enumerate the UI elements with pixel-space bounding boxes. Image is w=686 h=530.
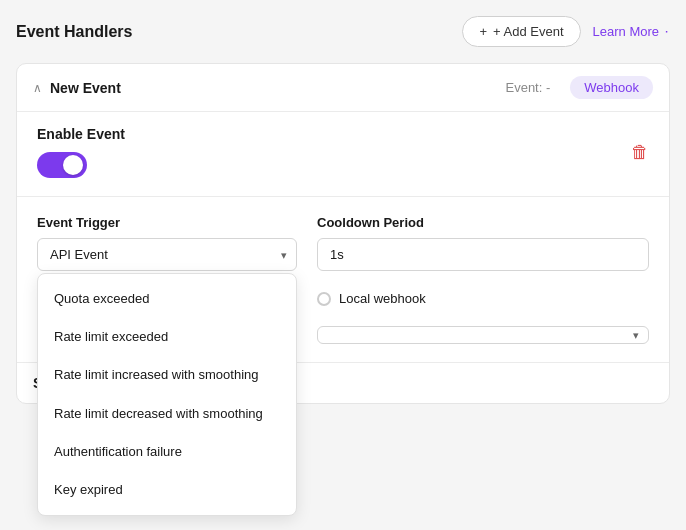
toggle-wrapper: [37, 152, 125, 178]
enable-section: Enable Event 🗑: [17, 112, 669, 197]
add-event-label: + Add Event: [493, 24, 563, 39]
dropdown-item-quota[interactable]: Quota exceeded: [38, 280, 296, 318]
main-card: ∧ New Event Event: - Webhook Enable Even…: [16, 63, 670, 404]
header-actions: + + Add Event Learn More ⬝: [462, 16, 670, 47]
config-section: Event Trigger API Event ▾ Quota exceeded…: [17, 197, 669, 362]
webhook-badge: Webhook: [570, 76, 653, 99]
dropdown-item-auth-failure[interactable]: Authentification failure: [38, 433, 296, 471]
event-trigger-group: Event Trigger API Event ▾ Quota exceeded…: [37, 215, 297, 271]
add-event-button[interactable]: + + Add Event: [462, 16, 580, 47]
enable-event-group: Enable Event: [37, 126, 125, 178]
learn-more-label: Learn More: [593, 24, 659, 39]
cooldown-label: Cooldown Period: [317, 215, 649, 230]
delete-event-button[interactable]: 🗑: [631, 142, 649, 163]
dropdown-item-key-expired[interactable]: Key expired: [38, 471, 296, 509]
learn-more-link[interactable]: Learn More ⬝: [593, 24, 670, 39]
event-trigger-select[interactable]: API Event: [37, 238, 297, 271]
plus-icon: +: [479, 24, 487, 39]
webhook-url-area: ▾: [317, 326, 649, 344]
page-wrapper: Event Handlers + + Add Event Learn More …: [0, 0, 686, 530]
dropdown-item-rate-limit-decreased[interactable]: Rate limit decreased with smoothing: [38, 395, 296, 433]
external-link-icon: ⬝: [663, 25, 670, 39]
webhook-url-select-wrapper: ▾: [317, 326, 649, 344]
event-type-label: Event: -: [505, 80, 550, 95]
enable-event-toggle[interactable]: [37, 152, 87, 178]
event-trigger-select-wrapper: API Event ▾ Quota exceeded Rate limit ex…: [37, 238, 297, 271]
page-title: Event Handlers: [16, 23, 132, 41]
enable-event-label: Enable Event: [37, 126, 125, 142]
header: Event Handlers + + Add Event Learn More …: [16, 16, 670, 47]
local-webhook-label: Local webhook: [339, 291, 426, 306]
webhook-url-select[interactable]: [317, 326, 649, 344]
webhook-row: Local webhook: [317, 291, 649, 306]
dropdown-item-rate-limit[interactable]: Rate limit exceeded: [38, 318, 296, 356]
cooldown-input[interactable]: [317, 238, 649, 271]
collapse-chevron-icon[interactable]: ∧: [33, 81, 42, 95]
event-row-label: New Event: [50, 80, 121, 96]
dropdown-item-rate-limit-increased[interactable]: Rate limit increased with smoothing: [38, 356, 296, 394]
event-trigger-dropdown: Quota exceeded Rate limit exceeded Rate …: [37, 273, 297, 516]
toggle-slider: [37, 152, 87, 178]
event-row: ∧ New Event Event: - Webhook: [17, 64, 669, 112]
local-webhook-radio[interactable]: [317, 292, 331, 306]
cooldown-group: Cooldown Period Local webhook ▾: [317, 215, 649, 344]
event-trigger-label: Event Trigger: [37, 215, 297, 230]
